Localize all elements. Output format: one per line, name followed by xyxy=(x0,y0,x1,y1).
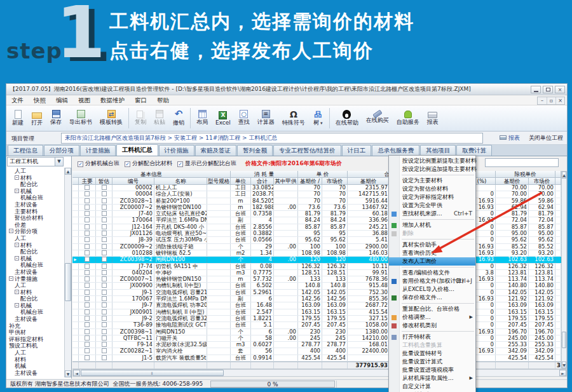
row-checkbox[interactable] xyxy=(102,355,107,360)
row-checkbox[interactable] xyxy=(85,316,90,321)
row-checkbox[interactable] xyxy=(102,250,107,255)
table-row[interactable]: ZC03028~1桥架200*100m84.520570705916.4416.… xyxy=(72,198,561,205)
grid-scroll-up-icon[interactable]: ▲ xyxy=(562,172,566,179)
context-menu-item-发布人工询价[interactable]: 发布人工询价 xyxy=(389,257,475,266)
row-checkbox[interactable] xyxy=(102,217,107,222)
table-row[interactable]: J9-7直流电弧焊机 功率20kW 小台班16.48163.09163.0926… xyxy=(72,302,561,309)
context-menu-item-按设定比例追加提取主要材料[interactable]: 按设定比例追加提取主要材料 xyxy=(389,165,475,173)
table-row[interactable]: ZC00398~1闸阀DN150个6.002302301380.0016.931… xyxy=(72,329,561,335)
tab-计日工[interactable]: 计日工 xyxy=(342,145,372,156)
row-checkbox[interactable] xyxy=(102,244,107,249)
tree-collapse-icon[interactable]: - xyxy=(15,290,19,294)
tab-取费计算[interactable]: 取费计算 xyxy=(456,145,492,156)
toolbar-button-新建[interactable]: 新建 xyxy=(8,106,27,130)
tree-item-材料[interactable]: -材料 xyxy=(6,175,64,182)
tree-scroll-up-icon[interactable]: ▲ xyxy=(65,168,71,175)
row-checkbox[interactable] xyxy=(85,276,90,281)
breadcrumb[interactable]: 耒阳市沿江北路棚户区改造项目第7标段 > 安装工程 > 11#消防工程 > 工料… xyxy=(61,133,483,144)
toolbar-button-撤销[interactable]: ↶撤销 xyxy=(169,106,188,130)
table-row[interactable]: 170067平焊法兰 1.6MPa DN150副6142.56142.56855… xyxy=(72,296,561,302)
menubar-item-4[interactable]: 数据维护 xyxy=(95,95,130,105)
tab-计量措施[interactable]: 计量措施 xyxy=(80,145,116,156)
checkbox-分解配合比材料[interactable]: ✓ xyxy=(125,161,130,167)
row-checkbox[interactable] xyxy=(102,185,107,190)
row-checkbox[interactable] xyxy=(85,264,90,269)
row-checkbox[interactable] xyxy=(85,302,90,308)
tree-item-机械[interactable]: -机械 xyxy=(6,255,64,262)
menubar-item-6[interactable]: 帮助 xyxy=(152,95,174,105)
row-checkbox[interactable] xyxy=(85,348,90,353)
row-checkbox[interactable] xyxy=(85,205,90,210)
tree-item-机械[interactable]: -机械 xyxy=(6,302,64,309)
table-row[interactable]: 040204中净砂m30.7775128.51128.5199.913.8123… xyxy=(72,270,561,276)
tree-item-材料[interactable]: -材料 xyxy=(6,289,64,296)
table-row[interactable]: 170064平焊法兰 1.6MPa DN100副484.2484.24336.9… xyxy=(72,217,561,224)
row-checkbox[interactable] xyxy=(85,296,90,301)
toolbar-button-报表[interactable]: 报表 xyxy=(423,106,442,130)
tree-collapse-icon[interactable]: - xyxy=(15,175,19,180)
context-menu-item-自定义计算[interactable]: 自定义计算 xyxy=(389,382,475,391)
tree-item-主材设备[interactable]: 主材设备 xyxy=(6,201,64,208)
row-checkbox[interactable] xyxy=(85,211,90,216)
grid-scroll-left-icon[interactable]: ◄ xyxy=(73,370,80,376)
table-row[interactable]: J9-2交流电弧焊机 容量32kV·A台班1.8221179.55179.553… xyxy=(72,316,561,322)
row-checkbox[interactable] xyxy=(102,198,107,203)
grid-horizontal-scrollbar[interactable]: ◄ ⦀ ► xyxy=(72,369,567,377)
tree-scroll-thumb[interactable] xyxy=(65,263,71,301)
toolbar-button-模板转换[interactable]: ⇄模板转换 xyxy=(96,106,126,130)
row-checkbox[interactable] xyxy=(102,335,107,341)
row-checkbox[interactable] xyxy=(85,257,90,262)
report-link[interactable]: 报表 xyxy=(500,134,520,142)
chevron-down-icon[interactable]: ▾ xyxy=(320,121,323,126)
tree-item-价差[interactable]: 价差 xyxy=(6,222,64,229)
table-row[interactable]: J8-39试压泵 压力30MPa 小台班0.056695.6295.625.41… xyxy=(72,237,561,243)
tree-scroll-down-icon[interactable]: ▼ xyxy=(65,370,71,377)
table-row[interactable]: 010288镀锌钢板 δ2.5m21.34108.98108.98146.031… xyxy=(72,250,561,257)
checkbox-显示已分解配比台班[interactable]: ✓ xyxy=(177,161,183,167)
row-checkbox[interactable] xyxy=(85,309,90,314)
row-checkbox[interactable] xyxy=(85,185,90,190)
tree-item-主材设备[interactable]: 主材设备 xyxy=(6,316,64,323)
table-row[interactable]: J1-5载货汽车 装载质量5t 小台班0.9914425.54425.54425… xyxy=(72,355,561,362)
toolbar-button-树[interactable]: 品树▾ xyxy=(309,106,327,130)
table-row[interactable]: JX01126电动煨弯机 直径50~180mm台班0.3882959536.88… xyxy=(72,231,561,237)
tree-item-材料[interactable]: 材料 xyxy=(6,356,64,363)
context-menu-item-批量设置计算式[interactable]: 批量设置计算式 xyxy=(389,358,475,366)
table-row[interactable]: ZC00282~1室内消火栓套5640040022400.0016.93342.… xyxy=(72,348,561,355)
table-row[interactable]: ZC00007~2热镀锌钢管DN100m182.988.0073.673.613… xyxy=(72,205,561,211)
row-checkbox[interactable] xyxy=(102,224,107,229)
row-checkbox[interactable] xyxy=(85,237,90,242)
tab-暂列金额[interactable]: 暂列金额 xyxy=(237,145,273,156)
toolbar-button-计算器[interactable]: ≡计算器 xyxy=(254,106,278,130)
context-menu-item-按设定比例重新提取主要材料[interactable]: 按设定比例重新提取主要材料 xyxy=(389,157,475,165)
row-checkbox[interactable] xyxy=(102,264,107,269)
row-checkbox[interactable] xyxy=(102,231,107,236)
context-menu-item-查看询价历史[interactable]: 查看询价历史 xyxy=(389,249,475,257)
mdi-restore-button[interactable]: ▫ xyxy=(547,97,555,104)
tree-item-机械[interactable]: 机械 xyxy=(6,363,64,370)
context-menu-item-保存价格文件...[interactable]: 保存价格文件... xyxy=(389,294,475,302)
context-menu-item-批量设置特材号[interactable]: 批量设置特材号 xyxy=(389,349,475,358)
row-checkbox[interactable] xyxy=(85,231,90,236)
row-checkbox[interactable] xyxy=(102,329,107,334)
tab-分部分项[interactable]: 分部分项 xyxy=(44,145,79,156)
row-checkbox[interactable] xyxy=(102,309,107,314)
row-checkbox[interactable] xyxy=(85,270,90,275)
table-row[interactable]: JX00901沟槽轧制机 II (中型)台班2.547163.15163.154… xyxy=(72,309,561,316)
tree-item-配合比[interactable]: 配合比 xyxy=(6,181,64,188)
tree-item-机械[interactable]: -机械 xyxy=(6,188,64,195)
toolbar-button-查找[interactable]: ○查找 xyxy=(235,106,254,130)
tree-item-甲供材[interactable]: 甲供材 xyxy=(6,329,64,336)
context-menu-item-增加人材机[interactable]: 增加人材机 xyxy=(389,221,475,229)
tree-item-机械台班[interactable]: 机械台班 xyxy=(6,262,64,269)
row-checkbox[interactable] xyxy=(85,217,90,222)
table-row[interactable]: 00002机上人工工日33.085270702315.9770.0070.00 xyxy=(72,185,561,191)
table-row[interactable]: J9-1交流电弧焊机 容量21kV·A台班5.2961142.05142.057… xyxy=(72,290,561,296)
context-menu-item-设定为评标指定材料[interactable]: 设定为评标指定材料 xyxy=(389,193,475,201)
table-row[interactable]: ZC00007~1热镀锌钢管DN150m57.732.001331337678.… xyxy=(72,276,561,283)
tab-其他项目[interactable]: 其他项目 xyxy=(420,145,456,156)
row-checkbox[interactable] xyxy=(102,270,107,275)
tree-item-人工[interactable]: 人工 xyxy=(6,168,64,175)
toolbar-button-导出标书[interactable]: 导出标书 xyxy=(65,106,96,130)
row-checkbox[interactable] xyxy=(102,316,107,321)
